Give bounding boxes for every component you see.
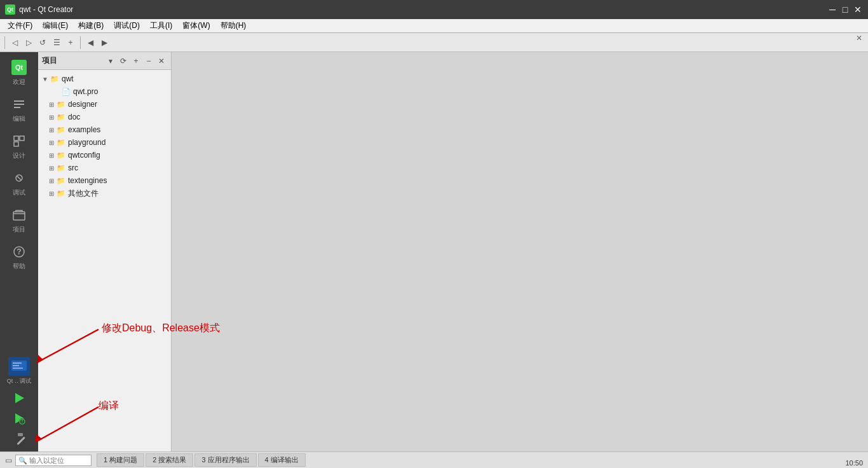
panel-close-btn[interactable]: ✕ — [156, 55, 167, 67]
tree-item-qwt[interactable]: ▼ 📁 qwt — [38, 72, 171, 85]
sidebar-item-design[interactable]: 设计 — [2, 128, 36, 164]
svg-text:?: ? — [17, 247, 21, 256]
toolbar-btn-6[interactable]: ◀ — [84, 36, 97, 49]
tree-item-doc[interactable]: ⊞ 📁 doc — [38, 111, 171, 123]
svg-rect-21 — [17, 436, 25, 444]
expand-textengines[interactable]: ⊞ — [47, 177, 56, 184]
toolbar-btn-1[interactable]: ◁ — [8, 36, 21, 49]
tree-label-otherfiles: 其他文件 — [68, 188, 98, 199]
help-icon: ? — [10, 243, 28, 261]
main-toolbar: ◁ ▷ ↺ ☰ + ◀ ▶ ✕ — [0, 33, 868, 52]
kit-selector[interactable]: Qt ‥ 调试 — [2, 357, 36, 385]
tree-label-designer: designer — [68, 100, 97, 109]
tree-item-textengines[interactable]: ⊞ 📁 textengines — [38, 174, 171, 187]
folder-icon-doc: 📁 — [56, 112, 66, 122]
project-panel: 项目 ▾ ⟳ + − ✕ ▼ 📁 qwt 📄 qwt.pro — [38, 52, 172, 451]
menu-bar: 文件(F) 编辑(E) 构建(B) 调试(D) 工具(I) 窗体(W) 帮助(H… — [0, 19, 868, 33]
project-panel-header: 项目 ▾ ⟳ + − ✕ — [38, 52, 171, 70]
folder-icon-examples: 📁 — [56, 125, 66, 135]
locate-input[interactable] — [15, 455, 92, 466]
tree-item-designer[interactable]: ⊞ 📁 designer — [38, 98, 171, 111]
folder-icon-otherfiles: 📁 — [56, 188, 66, 198]
search-box — [15, 455, 92, 466]
sidebar-item-edit[interactable]: 编辑 — [2, 92, 36, 127]
toolbar-btn-4[interactable]: ☰ — [50, 36, 63, 49]
svg-rect-4 — [20, 136, 24, 141]
debug-run-button[interactable] — [2, 408, 36, 429]
svg-rect-5 — [14, 142, 18, 146]
sidebar-item-welcome[interactable]: Qt 欢迎 — [2, 55, 36, 90]
minimize-button[interactable]: ─ — [827, 5, 837, 14]
svg-rect-12 — [13, 362, 22, 364]
expand-playground[interactable]: ⊞ — [47, 139, 56, 146]
svg-rect-8 — [13, 212, 25, 220]
expand-doc[interactable]: ⊞ — [47, 114, 56, 121]
expand-designer[interactable]: ⊞ — [47, 101, 56, 108]
toolbar-btn-2[interactable]: ▷ — [22, 36, 35, 49]
expand-src[interactable]: ⊞ — [47, 165, 56, 172]
tree-label-qwt: qwt — [62, 74, 74, 83]
menu-edit[interactable]: 编辑(E) — [37, 19, 73, 32]
tab-app-output[interactable]: 3 应用程序输出 — [194, 453, 256, 467]
sidebar-item-help[interactable]: ? 帮助 — [2, 239, 36, 275]
close-button[interactable]: ✕ — [853, 5, 863, 14]
tree-item-otherfiles[interactable]: ⊞ 📁 其他文件 — [38, 187, 171, 200]
toolbar-btn-7[interactable]: ▶ — [98, 36, 111, 49]
hide-panel-button[interactable]: ▭ — [3, 455, 14, 466]
expand-qwt[interactable]: ▼ — [41, 76, 50, 83]
expand-qwtconfig[interactable]: ⊞ — [47, 152, 56, 159]
debug-icon — [10, 169, 28, 187]
sidebar-item-project[interactable]: 项目 — [2, 202, 36, 238]
svg-point-20 — [22, 422, 22, 423]
expand-otherfiles[interactable]: ⊞ — [47, 190, 56, 197]
svg-rect-0 — [14, 100, 24, 102]
tree-item-playground[interactable]: ⊞ 📁 playground — [38, 136, 171, 149]
svg-rect-22 — [18, 433, 23, 436]
folder-icon-qwt: 📁 — [50, 74, 60, 84]
expand-examples[interactable]: ⊞ — [47, 127, 56, 134]
menu-window[interactable]: 窗体(W) — [177, 19, 215, 32]
tree-item-examples[interactable]: ⊞ 📁 examples — [38, 123, 171, 136]
title-bar-left: Qt qwt - Qt Creator — [5, 4, 73, 15]
project-panel-close[interactable]: ✕ — [854, 33, 864, 43]
editor-area — [172, 52, 868, 451]
add-btn[interactable]: + — [130, 55, 142, 67]
svg-rect-1 — [14, 104, 24, 105]
tree-label-doc: doc — [68, 113, 80, 121]
maximize-button[interactable]: □ — [840, 5, 850, 14]
sidebar-item-debug[interactable]: 调试 — [2, 165, 36, 201]
tab-build-issues[interactable]: 1 构建问题 — [97, 453, 144, 467]
folder-icon-src: 📁 — [56, 163, 66, 173]
sidebar-design-label: 设计 — [13, 151, 25, 160]
menu-build[interactable]: 构建(B) — [73, 19, 109, 32]
window-title: qwt - Qt Creator — [19, 5, 73, 14]
toolbar-btn-5[interactable]: + — [64, 36, 77, 49]
build-button[interactable] — [2, 429, 36, 449]
menu-help[interactable]: 帮助(H) — [215, 19, 252, 32]
svg-rect-2 — [14, 107, 20, 108]
tree-item-qwtpro[interactable]: 📄 qwt.pro — [38, 85, 171, 98]
filter-btn[interactable]: ▾ — [105, 55, 116, 67]
kit-icon — [8, 357, 30, 376]
tree-label-textengines: textengines — [68, 176, 107, 185]
design-icon — [10, 132, 28, 150]
pro-icon: 📄 — [61, 86, 71, 97]
tree-item-qwtconfig[interactable]: ⊞ 📁 qwtconfig — [38, 149, 171, 162]
tree-item-src[interactable]: ⊞ 📁 src — [38, 162, 171, 174]
bottom-panel: ▭ 1 构建问题 2 搜索结果 3 应用程序输出 4 编译输出 — [0, 451, 868, 468]
toolbar-btn-3[interactable]: ↺ — [36, 36, 49, 49]
minus-btn[interactable]: − — [143, 55, 154, 67]
folder-icon-playground: 📁 — [56, 137, 66, 148]
menu-file[interactable]: 文件(F) — [3, 19, 37, 32]
time-display: 10:50 — [845, 459, 863, 467]
run-button[interactable] — [2, 388, 36, 408]
sync-btn[interactable]: ⟳ — [118, 55, 129, 67]
svg-rect-3 — [14, 136, 18, 141]
menu-tools[interactable]: 工具(I) — [145, 19, 177, 32]
tab-compile-output[interactable]: 4 编译输出 — [258, 453, 306, 467]
svg-rect-13 — [13, 365, 19, 366]
tree-label-qwtconfig: qwtconfig — [68, 151, 100, 160]
project-panel-toolbar: ▾ ⟳ + − ✕ — [105, 55, 167, 67]
tab-search-results[interactable]: 2 搜索结果 — [146, 453, 193, 467]
menu-debug[interactable]: 调试(D) — [109, 19, 145, 32]
